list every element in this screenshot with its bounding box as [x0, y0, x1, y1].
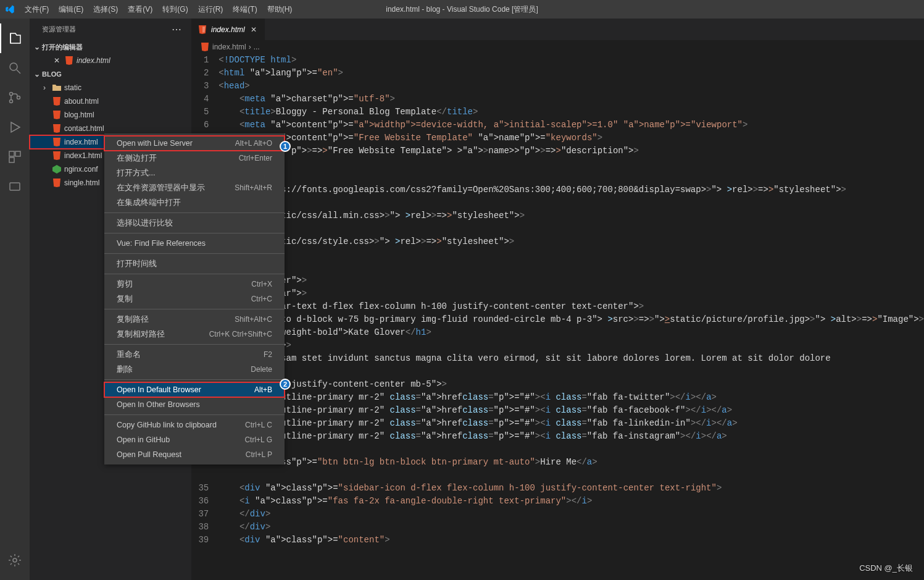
open-editors-label: 打开的编辑器	[42, 43, 83, 52]
testing-icon[interactable]	[0, 172, 30, 201]
file-label: contact.html	[64, 124, 104, 133]
menu-item[interactable]: 运行(R)	[193, 2, 228, 17]
menu-item[interactable]: 帮助(H)	[262, 2, 298, 17]
context-menu-label: 打开方式...	[117, 168, 155, 179]
editor-area: index.html ✕ index.html › ... 1234567353…	[191, 19, 924, 580]
nginx-file-icon	[52, 164, 62, 174]
context-menu-item[interactable]: 删除Delete	[104, 362, 285, 377]
context-menu-item[interactable]: 复制路径Shift+Alt+C	[104, 312, 285, 327]
svg-line-1	[17, 70, 20, 74]
context-menu-label: 在集成终端中打开	[117, 198, 181, 208]
context-menu-label: 在侧边打开	[117, 153, 157, 164]
html-file-icon	[52, 124, 62, 133]
file-tree-item[interactable]: ›static	[30, 81, 191, 95]
breadcrumb-more: ...	[254, 43, 260, 51]
extensions-icon[interactable]	[0, 142, 30, 172]
svg-rect-6	[9, 151, 14, 156]
context-menu-item[interactable]: Open Pull RequestCtrl+L P	[104, 447, 285, 462]
file-tree-item[interactable]: about.html	[30, 95, 191, 108]
settings-icon[interactable]	[0, 545, 30, 575]
context-menu-item[interactable]: Copy GitHub link to clipboardCtrl+L C	[104, 418, 285, 432]
workspace-label: BLOG	[42, 70, 62, 78]
html-file-icon	[52, 137, 62, 147]
context-menu-item[interactable]: 剪切Ctrl+X	[104, 277, 285, 292]
explorer-icon[interactable]	[0, 23, 30, 53]
context-menu-item[interactable]: Open with Live ServerAlt+L Alt+O	[104, 136, 285, 151]
activity-bar	[0, 19, 30, 580]
context-menu-item[interactable]: 打开时间线	[104, 256, 285, 271]
context-menu-shortcut: Delete	[251, 365, 272, 374]
context-menu-separator	[104, 309, 285, 309]
vscode-logo-icon	[5, 4, 15, 14]
annotation-badge: 1	[280, 141, 291, 152]
file-tree-item[interactable]: blog.html	[30, 108, 191, 122]
source-control-icon[interactable]	[0, 83, 30, 112]
context-menu-label: Open with Live Server	[117, 139, 193, 148]
context-menu-item[interactable]: Vue: Find File References	[104, 236, 285, 251]
file-label: about.html	[64, 97, 99, 106]
context-menu-shortcut: F2	[264, 350, 272, 359]
run-debug-icon[interactable]	[0, 112, 30, 142]
menu-item[interactable]: 查看(V)	[123, 2, 157, 17]
breadcrumbs[interactable]: index.html › ...	[191, 40, 924, 54]
file-label: blog.html	[64, 111, 94, 119]
svg-marker-5	[11, 122, 20, 132]
context-menu-item[interactable]: Open In Default BrowserAlt+B	[104, 382, 285, 397]
context-menu-item[interactable]: 打开方式...	[104, 166, 285, 180]
menu-item[interactable]: 终端(T)	[228, 2, 262, 17]
file-label: index1.html	[64, 151, 102, 160]
context-menu-label: 删除	[117, 364, 133, 375]
svg-point-3	[10, 100, 13, 103]
context-menu-item[interactable]: 复制相对路径Ctrl+K Ctrl+Shift+C	[104, 327, 285, 342]
context-menu-separator	[104, 233, 285, 233]
context-menu-label: Open Pull Request	[117, 450, 181, 459]
context-menu-item[interactable]: 重命名F2	[104, 347, 285, 362]
context-menu-item[interactable]: Open In Other Browsers	[104, 397, 285, 412]
file-label: index.html	[64, 138, 98, 146]
chevron-down-icon: ⌄	[32, 43, 42, 51]
explorer-header: 资源管理器 ⋯	[30, 19, 191, 40]
watermark: CSDN @_长银	[859, 563, 913, 574]
annotation-badge: 2	[280, 379, 291, 390]
context-menu-item[interactable]: 选择以进行比较	[104, 216, 285, 230]
open-editor-item[interactable]: ✕ index.html	[30, 54, 191, 67]
context-menu-separator	[104, 414, 285, 415]
context-menu-separator	[104, 379, 285, 380]
html-file-icon	[52, 96, 62, 106]
context-menu-label: 重命名	[117, 350, 141, 360]
title-bar: 文件(F)编辑(E)选择(S)查看(V)转到(G)运行(R)终端(T)帮助(H)…	[0, 0, 924, 19]
context-menu-item[interactable]: 在文件资源管理器中显示Shift+Alt+R	[104, 180, 285, 195]
chevron-down-icon: ⌄	[32, 70, 42, 78]
context-menu-item[interactable]: 复制Ctrl+C	[104, 292, 285, 306]
html-file-icon	[200, 42, 210, 52]
context-menu-label: Open In Other Browsers	[117, 400, 200, 409]
context-menu-item[interactable]: 在集成终端中打开	[104, 195, 285, 210]
search-icon[interactable]	[0, 53, 30, 83]
menu-item[interactable]: 编辑(E)	[54, 2, 88, 17]
context-menu-shortcut: Ctrl+C	[251, 295, 272, 303]
context-menu-shortcut: Ctrl+K Ctrl+Shift+C	[209, 330, 272, 338]
code-editor[interactable]: 12345673536373839 <!DOCTYPE html><html "…	[191, 54, 924, 580]
menu-item[interactable]: 选择(S)	[88, 2, 123, 17]
menu-item[interactable]: 文件(F)	[20, 2, 54, 17]
menu-item[interactable]: 转到(G)	[157, 2, 193, 17]
html-file-icon	[64, 56, 74, 65]
context-menu-label: Open in GitHub	[117, 435, 170, 444]
open-editors-section[interactable]: ⌄ 打开的编辑器	[30, 40, 191, 54]
html-file-icon	[52, 151, 62, 161]
context-menu-shortcut: Ctrl+Enter	[239, 154, 272, 162]
close-icon[interactable]: ✕	[249, 25, 259, 34]
svg-point-10	[13, 558, 17, 562]
more-actions-icon[interactable]: ⋯	[172, 23, 181, 35]
workspace-section[interactable]: ⌄ BLOG	[30, 67, 191, 81]
editor-tabs: index.html ✕	[191, 19, 924, 40]
tab-label: index.html	[211, 25, 245, 34]
svg-rect-7	[15, 151, 20, 156]
close-icon[interactable]: ✕	[52, 56, 62, 65]
tab-index-html[interactable]: index.html ✕	[191, 19, 265, 40]
svg-point-2	[10, 93, 13, 96]
context-menu-item[interactable]: 在侧边打开Ctrl+Enter	[104, 151, 285, 166]
context-menu-item[interactable]: Open in GitHubCtrl+L G	[104, 432, 285, 447]
context-menu-label: 在文件资源管理器中显示	[117, 183, 205, 193]
context-menu-label: Open In Default Browser	[117, 385, 201, 394]
